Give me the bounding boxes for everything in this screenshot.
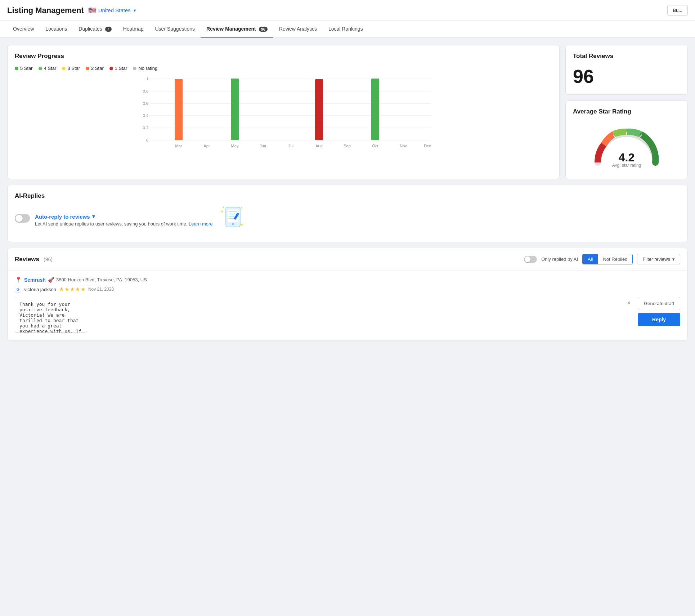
- legend-dot-5star: [15, 67, 18, 70]
- nav-item-locations[interactable]: Locations: [40, 21, 73, 37]
- chevron-down-icon: ▾: [672, 256, 675, 262]
- filter-reviews-button[interactable]: Filter reviews ▾: [637, 254, 680, 264]
- legend-dot-1star: [109, 67, 113, 70]
- nav-item-review-analytics[interactable]: Review Analytics: [273, 21, 323, 37]
- svg-text:Sep: Sep: [344, 144, 351, 148]
- bar-may: [231, 79, 239, 140]
- reply-button[interactable]: Reply: [638, 313, 680, 326]
- bar-sep: [315, 79, 323, 140]
- svg-text:0.2: 0.2: [143, 126, 148, 130]
- total-reviews-count: 96: [573, 66, 680, 87]
- svg-text:Mar: Mar: [175, 144, 182, 148]
- review-meta: G victoria jackson ★ ★ ★ ★ ★ Nov 21, 202…: [15, 286, 680, 293]
- svg-text:0.4: 0.4: [143, 113, 148, 118]
- page-title: Listing Management: [7, 6, 84, 15]
- nav-item-heatmap[interactable]: Heatmap: [117, 21, 149, 37]
- reviews-header: Reviews (96) Only replied by AI All Not …: [8, 248, 687, 271]
- svg-text:0.6: 0.6: [143, 101, 148, 106]
- svg-text:Oct: Oct: [372, 144, 378, 148]
- nav-item-review-management[interactable]: Review Management 96: [201, 21, 273, 37]
- tab-all[interactable]: All: [583, 254, 598, 264]
- reviews-section: Reviews (96) Only replied by AI All Not …: [7, 248, 688, 340]
- avg-rating-value: 4.2: [612, 151, 641, 164]
- review-date: Nov 21, 2023: [88, 287, 114, 292]
- nav-item-duplicates[interactable]: Duplicates 7: [73, 21, 117, 37]
- reviews-title: Reviews: [15, 256, 39, 263]
- location-pin-icon: 📍: [15, 276, 22, 283]
- avg-rating-title: Average Star Rating: [573, 108, 680, 115]
- reviews-count: (96): [44, 256, 53, 262]
- svg-marker-33: [240, 223, 243, 226]
- avg-rating-label: Avg. star rating: [612, 163, 641, 168]
- svg-text:Jul: Jul: [288, 144, 293, 148]
- svg-text:✦: ✦: [222, 206, 225, 209]
- legend-dot-norating: [133, 67, 136, 70]
- ai-text: Auto-reply to reviews ▾ Let AI send uniq…: [35, 213, 213, 227]
- nav-item-overview[interactable]: Overview: [7, 21, 40, 37]
- bar-chart: 1 0.8 0.6 0.4 0.2 0: [15, 75, 552, 158]
- nav-item-local-rankings[interactable]: Local Rankings: [323, 21, 369, 37]
- reviews-controls: Only replied by AI All Not Replied Filte…: [524, 254, 680, 264]
- close-button[interactable]: ×: [627, 300, 631, 306]
- learn-more-link[interactable]: Learn more: [189, 221, 212, 227]
- legend-label-5star: 5 Star: [20, 66, 33, 71]
- ai-replies-title: AI-Replies: [15, 192, 680, 200]
- star-2: ★: [64, 286, 69, 293]
- star-1: ★: [59, 286, 64, 293]
- legend-5star: 5 Star: [15, 66, 33, 71]
- ai-replies-inner: Auto-reply to reviews ▾ Let AI send uniq…: [15, 205, 680, 235]
- legend-dot-2star: [86, 67, 89, 70]
- ai-replies-section: AI-Replies Auto-reply to reviews ▾ Let A…: [7, 185, 688, 242]
- nav-item-user-suggestions[interactable]: User Suggestions: [149, 21, 201, 37]
- generate-draft-button[interactable]: Generate draft: [638, 297, 680, 310]
- auto-reply-toggle[interactable]: [15, 214, 30, 223]
- review-progress-title: Review Progress: [15, 53, 552, 60]
- country-selector[interactable]: 🇺🇸 United States ▼: [88, 6, 137, 14]
- review-location: 📍 Semrush 🚀 3800 Horizon Blvd, Trevose, …: [15, 276, 680, 283]
- ai-illustration: ★ ✦ ✦: [219, 205, 247, 235]
- legend-dot-4star: [39, 67, 42, 70]
- total-reviews-card: Total Reviews 96: [565, 45, 688, 95]
- reply-textarea[interactable]: [15, 297, 87, 333]
- reply-actions: Generate draft Reply: [638, 297, 680, 326]
- only-ai-label: Only replied by AI: [541, 256, 578, 262]
- location-emoji: 🚀: [48, 277, 54, 283]
- right-side: Total Reviews 96 Average Star Rating: [565, 45, 688, 179]
- toggle-wrap: Auto-reply to reviews ▾ Let AI send uniq…: [15, 213, 213, 227]
- top-row: Review Progress 5 Star 4 Star 3 Star 2 S…: [7, 45, 688, 179]
- location-address: 3800 Horizon Blvd, Trevose, PA, 19053, U…: [56, 277, 147, 282]
- gauge-container: 4.2 Avg. star rating: [573, 121, 680, 171]
- svg-text:May: May: [231, 144, 239, 148]
- bu-button[interactable]: Bu...: [667, 5, 688, 15]
- svg-line-23: [626, 132, 627, 135]
- tab-not-replied[interactable]: Not Replied: [598, 254, 632, 264]
- legend-norating: No rating: [133, 66, 157, 71]
- star-3: ★: [70, 286, 75, 293]
- svg-text:0: 0: [146, 138, 148, 142]
- legend-3star: 3 Star: [62, 66, 80, 71]
- svg-text:1: 1: [146, 77, 148, 81]
- chevron-down-icon: ▾: [92, 213, 95, 220]
- svg-text:0.8: 0.8: [143, 89, 148, 93]
- avg-rating-card: Average Star Rating: [565, 101, 688, 179]
- legend-label-norating: No rating: [138, 66, 157, 71]
- auto-reply-link[interactable]: Auto-reply to reviews ▾: [35, 213, 213, 220]
- legend-dot-3star: [62, 67, 66, 70]
- total-reviews-title: Total Reviews: [573, 53, 680, 60]
- legend-label-1star: 1 Star: [115, 66, 127, 71]
- svg-text:Nov: Nov: [400, 144, 407, 148]
- svg-text:Apr: Apr: [203, 144, 210, 148]
- svg-text:★: ★: [220, 209, 224, 213]
- bar-mar: [175, 79, 183, 140]
- chart-legend: 5 Star 4 Star 3 Star 2 Star 1 Star: [15, 66, 552, 71]
- ai-description: Let AI send unique replies to user revie…: [35, 221, 213, 227]
- gauge-text: 4.2 Avg. star rating: [612, 151, 641, 168]
- chart-svg: 1 0.8 0.6 0.4 0.2 0: [15, 75, 552, 151]
- only-ai-toggle[interactable]: [524, 256, 537, 263]
- toggle-small-knob: [525, 256, 530, 262]
- header-right: Bu...: [667, 5, 688, 15]
- gauge-wrap: 4.2 Avg. star rating: [591, 125, 663, 168]
- country-name: United States: [98, 7, 131, 13]
- svg-text:Aug: Aug: [315, 144, 323, 148]
- review-item: 📍 Semrush 🚀 3800 Horizon Blvd, Trevose, …: [8, 271, 687, 340]
